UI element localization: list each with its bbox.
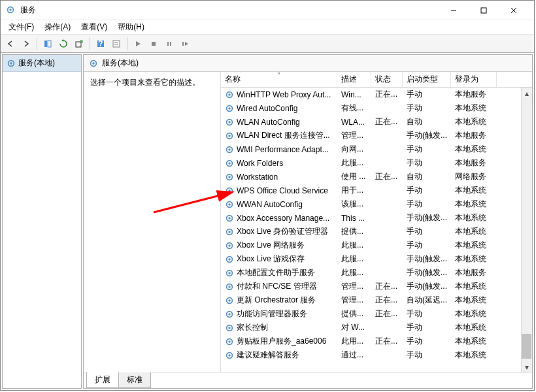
- menu-file[interactable]: 文件(F): [3, 20, 39, 34]
- cell-logon: 本地系统: [451, 253, 497, 265]
- separator: [37, 37, 37, 50]
- back-button[interactable]: [3, 37, 18, 51]
- gear-icon: [225, 255, 234, 264]
- cell-name: 家长控制: [221, 322, 337, 333]
- properties-button[interactable]: [109, 37, 124, 51]
- cell-desc: 此服...: [337, 157, 371, 169]
- table-row[interactable]: 家长控制对 W...手动本地系统: [221, 321, 532, 335]
- cell-desc: 用于...: [337, 185, 371, 196]
- cell-status: 正在...: [371, 116, 403, 127]
- table-row[interactable]: 剪贴板用户服务_aa6e006此用...正在...手动本地系统: [221, 335, 532, 348]
- table-row[interactable]: Workstation使用 ...正在...自动网络服务: [221, 170, 532, 184]
- table-row[interactable]: WWAN AutoConfig该服...手动本地系统: [221, 197, 532, 211]
- svg-point-53: [228, 299, 231, 302]
- svg-point-43: [228, 231, 231, 233]
- table-row[interactable]: Xbox Accessory Manage...This ...手动(触发...…: [221, 211, 532, 225]
- export-button[interactable]: [72, 37, 86, 51]
- services-rows: WinHTTP Web Proxy Aut...Win...正在...手动本地服…: [221, 88, 532, 372]
- table-row[interactable]: Xbox Live 网络服务此服...手动本地系统: [221, 238, 532, 252]
- table-row[interactable]: WPS Office Cloud Service用于...手动本地系统: [221, 184, 532, 197]
- tab-extended[interactable]: 扩展: [86, 372, 119, 388]
- cell-logon: 本地系统: [451, 322, 497, 333]
- vertical-scrollbar[interactable]: ▴ ▾: [521, 88, 532, 372]
- app-icon: [6, 5, 16, 16]
- cell-name: WLAN Direct 服务连接管...: [221, 130, 337, 141]
- svg-point-35: [228, 176, 231, 178]
- show-hide-tree-button[interactable]: [41, 37, 55, 51]
- description-panel: 选择一个项目来查看它的描述。: [84, 72, 221, 372]
- close-button[interactable]: [499, 1, 529, 20]
- table-row[interactable]: Wired AutoConfig有线...手动本地系统: [221, 101, 532, 115]
- scroll-up-icon[interactable]: ▴: [522, 88, 532, 99]
- svg-point-59: [228, 340, 231, 343]
- tree-item-services-local[interactable]: 服务(本地): [3, 55, 81, 72]
- tab-standard[interactable]: 标准: [118, 372, 151, 388]
- stop-service-button[interactable]: [146, 37, 161, 51]
- svg-point-37: [228, 189, 231, 192]
- cell-logon: 本地系统: [451, 295, 497, 306]
- scrollbar-thumb[interactable]: [522, 334, 531, 359]
- table-row[interactable]: 功能访问管理器服务提供...正在...手动本地系统: [221, 307, 532, 321]
- menu-action[interactable]: 操作(A): [39, 20, 76, 34]
- gear-icon: [225, 145, 234, 154]
- table-row[interactable]: WLAN Direct 服务连接管...管理...手动(触发...本地服务: [221, 129, 532, 142]
- column-status[interactable]: 状态: [371, 72, 403, 87]
- cell-name: Xbox Live 游戏保存: [221, 253, 337, 265]
- start-service-button[interactable]: [131, 37, 145, 51]
- svg-point-61: [228, 354, 231, 357]
- scroll-down-icon[interactable]: ▾: [522, 361, 532, 372]
- cell-desc: 使用 ...: [337, 171, 371, 182]
- column-startup-type[interactable]: 启动类型: [403, 72, 451, 87]
- content-area: 服务(本地) 服务(本地) 选择一个项目来查看它的描述。 名称^ 描述 状态 启…: [1, 53, 534, 390]
- services-window: 服务 文件(F) 操作(A) 查看(V) 帮助(H) ? 服务(本: [0, 0, 535, 391]
- table-row[interactable]: 更新 Orchestrator 服务管理...正在...自动(延迟...本地系统: [221, 293, 532, 307]
- cell-name: 建议疑难解答服务: [221, 350, 337, 361]
- maximize-button[interactable]: [469, 1, 499, 20]
- cell-desc: 对 W...: [337, 322, 371, 333]
- cell-startup: 手动: [403, 226, 451, 237]
- restart-service-button[interactable]: [178, 37, 192, 51]
- svg-point-41: [228, 217, 231, 220]
- svg-rect-11: [113, 41, 120, 47]
- gear-icon: [225, 296, 234, 305]
- column-logon-as[interactable]: 登录为: [451, 72, 497, 87]
- cell-desc: 通过...: [337, 350, 371, 361]
- column-name[interactable]: 名称^: [221, 72, 337, 87]
- minimize-button[interactable]: [439, 1, 469, 20]
- gear-icon: [225, 337, 234, 346]
- separator: [127, 37, 127, 50]
- column-description[interactable]: 描述: [337, 72, 371, 87]
- cell-startup: 手动: [403, 350, 451, 361]
- cell-logon: 本地服务: [451, 130, 497, 141]
- cell-logon: 本地系统: [451, 199, 497, 210]
- table-row[interactable]: Xbox Live 游戏保存此服...手动(触发...本地系统: [221, 252, 532, 266]
- list-panel-header: 服务(本地): [84, 55, 532, 72]
- table-row[interactable]: WinHTTP Web Proxy Aut...Win...正在...手动本地服…: [221, 88, 532, 101]
- cell-desc: 提供...: [337, 308, 371, 319]
- list-panel: 服务(本地) 选择一个项目来查看它的描述。 名称^ 描述 状态 启动类型 登录为…: [83, 54, 533, 389]
- cell-name: Xbox Live 身份验证管理器: [221, 226, 337, 237]
- table-row[interactable]: WLAN AutoConfigWLA...正在...自动本地系统: [221, 115, 532, 129]
- table-row[interactable]: Xbox Live 身份验证管理器提供...手动本地系统: [221, 225, 532, 238]
- gear-icon: [225, 186, 234, 195]
- menu-help[interactable]: 帮助(H): [112, 20, 150, 34]
- refresh-button[interactable]: [56, 37, 71, 51]
- help-button[interactable]: ?: [93, 37, 108, 51]
- cell-logon: 本地系统: [451, 212, 497, 223]
- cell-logon: 本地系统: [451, 116, 497, 127]
- table-row[interactable]: 建议疑难解答服务通过...手动本地系统: [221, 348, 532, 362]
- table-row[interactable]: Work Folders此服...手动本地服务: [221, 156, 532, 170]
- cell-status: 正在...: [371, 295, 403, 306]
- cell-startup: 手动: [403, 157, 451, 169]
- cell-logon: 本地系统: [451, 185, 497, 196]
- table-row[interactable]: 付款和 NFC/SE 管理器管理...正在...手动(触发...本地系统: [221, 280, 532, 293]
- cell-desc: 此用...: [337, 336, 371, 347]
- pause-service-button[interactable]: [162, 37, 176, 51]
- cell-startup: 手动: [403, 89, 451, 100]
- svg-point-21: [92, 62, 95, 65]
- forward-button[interactable]: [19, 37, 33, 51]
- menu-view[interactable]: 查看(V): [76, 20, 112, 34]
- table-row[interactable]: 本地配置文件助手服务此服...手动(触发...本地服务: [221, 266, 532, 280]
- table-row[interactable]: WMI Performance Adapt...向网...手动本地系统: [221, 142, 532, 156]
- svg-point-19: [10, 62, 12, 65]
